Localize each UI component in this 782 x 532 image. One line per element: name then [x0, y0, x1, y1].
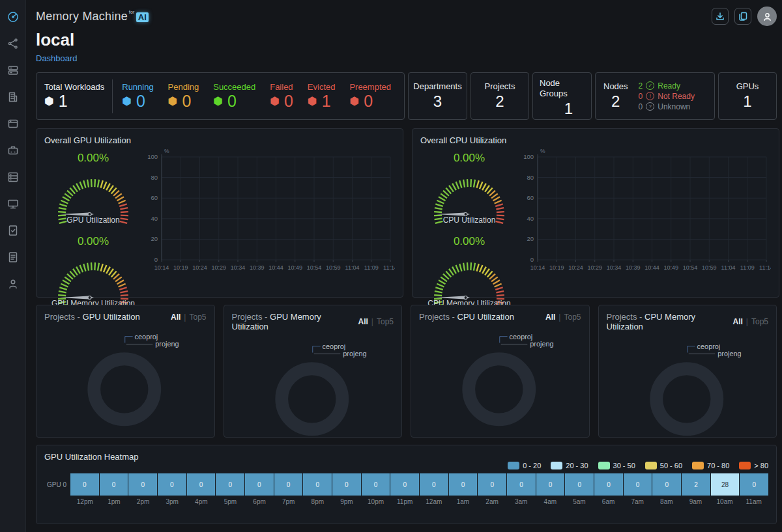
avatar[interactable]	[757, 7, 777, 26]
stat-total-workloads: Total Workloads ⬢1	[44, 82, 104, 109]
sidebar-item-departments[interactable]	[6, 90, 20, 104]
hexagon-icon: ⬢	[168, 96, 178, 107]
heatmap-cell: 0	[390, 473, 419, 496]
svg-text:10:44: 10:44	[644, 264, 659, 271]
sidebar-item-resources[interactable]	[6, 170, 20, 184]
heatmap-x-label: 4pm	[187, 498, 216, 505]
sidebar-item-jobs[interactable]	[6, 143, 20, 158]
filter-all[interactable]: All	[358, 317, 368, 326]
svg-text:10:29: 10:29	[211, 264, 226, 271]
heatmap-cell: 28	[711, 473, 740, 496]
heatmap-x-label: 5pm	[216, 498, 245, 505]
stat-pending: Pending⬢0	[168, 82, 199, 109]
panel-title: Projects - CPU Memory Utilization	[607, 312, 733, 331]
svg-text:10:49: 10:49	[663, 264, 678, 271]
card-value: 1	[564, 100, 573, 118]
sidebar-item-users[interactable]	[6, 277, 20, 291]
stat-label: Pending	[168, 82, 199, 92]
panel-title-main: GPU Utilization	[83, 312, 140, 322]
filter-all[interactable]: All	[171, 313, 181, 322]
panel-title-prefix: Projects -	[232, 312, 268, 322]
heatmap-cell: 0	[478, 473, 506, 496]
sidebar-item-reports[interactable]	[6, 250, 20, 264]
svg-text:0: 0	[530, 256, 534, 263]
heatmap-cell: 0	[216, 473, 244, 496]
filter-top5[interactable]: Top5	[751, 317, 768, 326]
heatmap-x-label: 6pm	[245, 498, 274, 505]
panel-title-main: CPU Utilization	[457, 312, 514, 322]
breadcrumb[interactable]: Dashboard	[36, 53, 78, 63]
filter-all[interactable]: All	[545, 313, 555, 322]
project-donut-chart: ceoprojprojeng	[607, 333, 769, 437]
brand-text: Memory Machine	[36, 10, 128, 23]
donut-label: ceoproj	[322, 343, 345, 350]
heatmap-cell: 0	[594, 473, 623, 496]
svg-text:10:24: 10:24	[568, 264, 583, 271]
panel-title: Projects - CPU Utilization	[419, 312, 514, 322]
utilization-gauge: 0.00% CPU Memory Utilization	[420, 235, 518, 308]
heatmap-grid: GPU 0 0000000000000000000002280	[44, 473, 768, 496]
gauge-value: 0.00%	[420, 152, 518, 165]
copy-button[interactable]	[734, 8, 751, 25]
card-icon	[7, 117, 20, 130]
heatmap-cell: 0	[70, 473, 99, 496]
card-value: 2	[495, 92, 504, 111]
heatmap-cell: 0	[303, 473, 332, 496]
heatmap-x-label: 3am	[506, 498, 536, 505]
svg-text:11:14: 11:14	[383, 264, 395, 271]
stat-label: Evicted	[308, 82, 336, 92]
filter-all[interactable]: All	[733, 317, 743, 326]
filter-separator: |	[746, 317, 748, 326]
sidebar-item-dashboard[interactable]	[6, 10, 20, 24]
sidebar-item-audit[interactable]	[6, 223, 20, 238]
card-value: 1	[743, 92, 751, 111]
status-label: Not Ready	[658, 92, 695, 101]
filter-top5[interactable]: Top5	[564, 313, 581, 322]
heatmap-x-label: 3pm	[158, 498, 187, 505]
hexagon-icon: ⬢	[308, 96, 317, 107]
copy-icon	[738, 11, 748, 21]
sidebar-item-topology[interactable]	[6, 36, 20, 51]
svg-text:10:59: 10:59	[326, 264, 341, 271]
heatmap-x-label: 11am	[739, 498, 768, 505]
heatmap-x-label: 1pm	[100, 498, 129, 505]
download-button[interactable]	[712, 8, 729, 25]
card-label: GPUs	[736, 81, 759, 92]
overall-utilization-row: Overall GPU Utilization 0.00% GPU Utiliz…	[36, 128, 777, 298]
svg-text:10:39: 10:39	[626, 264, 641, 271]
donut-label: ceoproj	[135, 333, 158, 341]
departments-card: Departments 3	[408, 72, 467, 120]
sidebar-item-projects[interactable]	[6, 117, 20, 131]
svg-text:11:04: 11:04	[721, 264, 736, 271]
filter-separator: |	[184, 313, 186, 322]
server-icon	[7, 64, 20, 77]
heatmap-row-label: GPU 0	[44, 481, 70, 488]
svg-text:10:34: 10:34	[231, 264, 246, 271]
gauge-value: 0.00%	[44, 152, 142, 165]
svg-text:60: 60	[151, 194, 158, 201]
main-content: Memory MachineforAI local Dashboard Tota…	[26, 0, 782, 524]
filter-top5[interactable]: Top5	[377, 317, 394, 326]
header-actions	[712, 7, 777, 26]
status-count: 0	[639, 102, 643, 111]
heatmap-x-label: 11pm	[390, 498, 420, 505]
sidebar-item-workloads[interactable]	[6, 63, 20, 77]
filter-separator: |	[558, 313, 560, 322]
svg-text:40: 40	[527, 215, 534, 222]
filter-top5[interactable]: Top5	[189, 313, 206, 322]
status-label: Ready	[658, 81, 680, 91]
status-count: 0	[639, 92, 643, 101]
sidebar-item-nodes[interactable]	[6, 197, 20, 211]
stat-preempted: Preempted⬢0	[349, 82, 391, 109]
hexagon-icon: ⬢	[122, 96, 132, 107]
exclamation-circle-icon: !	[646, 92, 654, 100]
heatmap-legend-item: 30 - 50	[598, 462, 635, 469]
svg-text:20: 20	[151, 235, 158, 242]
check-circle-icon: ✓	[646, 81, 654, 90]
panel-title: Projects - GPU Utilization	[44, 312, 140, 322]
stat-value: 1	[322, 92, 331, 109]
heatmap-legend-item: > 80	[739, 462, 768, 469]
heatmap-cell: 0	[536, 473, 565, 496]
stat-succeeded: Succeeded⬢0	[213, 82, 255, 109]
svg-text:10:39: 10:39	[250, 264, 265, 271]
